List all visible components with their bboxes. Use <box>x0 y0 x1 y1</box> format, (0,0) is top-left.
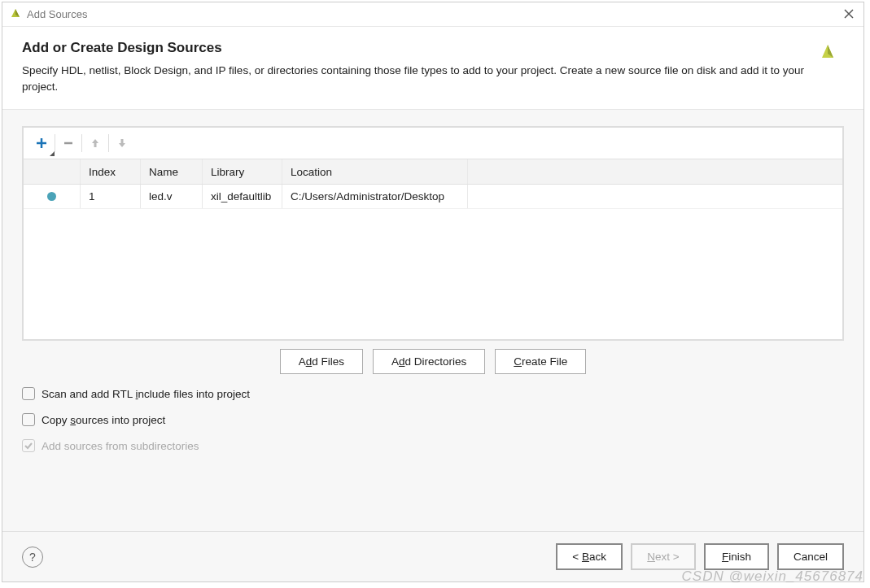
close-icon[interactable] <box>841 7 857 22</box>
main-area: Index Name Library Location 1 led.v xil_… <box>2 110 863 531</box>
col-name: Name <box>141 159 203 184</box>
toolbar-divider <box>108 134 109 152</box>
dialog-window: Add Sources Add or Create Design Sources… <box>2 2 864 582</box>
toolbar-divider <box>81 134 82 152</box>
row-library: xil_defaultlib <box>203 185 282 208</box>
add-directories-button[interactable]: Add Directories <box>373 349 485 374</box>
col-library: Library <box>203 159 282 184</box>
checkbox-icon <box>22 439 35 452</box>
checkbox-icon <box>22 413 35 426</box>
move-up-icon[interactable] <box>84 132 107 155</box>
dialog-footer: ? < Back Next > Finish Cancel <box>2 531 863 581</box>
sources-table: Index Name Library Location 1 led.v xil_… <box>22 126 844 341</box>
back-button[interactable]: < Back <box>556 543 623 570</box>
col-location: Location <box>282 159 468 184</box>
row-index: 1 <box>81 185 141 208</box>
dialog-title: Add Sources <box>27 8 841 20</box>
titlebar: Add Sources <box>2 2 863 27</box>
remove-icon[interactable] <box>57 132 80 155</box>
action-buttons: Add Files Add Directories Create File <box>22 349 844 374</box>
checkbox-label: Add sources from subdirectories <box>42 440 199 452</box>
dialog-content: Add or Create Design Sources Specify HDL… <box>2 27 863 581</box>
toolbar-divider <box>55 134 55 152</box>
page-description: Specify HDL, netlist, Block Design, and … <box>22 63 811 94</box>
finish-button[interactable]: Finish <box>704 543 769 570</box>
add-files-button[interactable]: Add Files <box>280 349 363 374</box>
header-area: Add or Create Design Sources Specify HDL… <box>2 27 863 110</box>
col-status <box>24 159 81 184</box>
help-icon[interactable]: ? <box>22 547 43 568</box>
table-body: 1 led.v xil_defaultlib C:/Users/Administ… <box>24 185 842 339</box>
app-icon <box>9 7 22 23</box>
create-file-button[interactable]: Create File <box>495 349 586 374</box>
col-rest <box>468 159 842 184</box>
copy-sources-checkbox[interactable]: Copy sources into project <box>22 413 844 426</box>
page-heading: Add or Create Design Sources <box>22 40 811 56</box>
vendor-logo-icon <box>811 40 844 94</box>
row-status-icon <box>24 185 81 208</box>
scan-include-checkbox[interactable]: Scan and add RTL include files into proj… <box>22 387 844 400</box>
cancel-button[interactable]: Cancel <box>777 543 844 570</box>
move-down-icon[interactable] <box>111 132 133 155</box>
next-button: Next > <box>631 543 696 570</box>
checkbox-label: Scan and add RTL include files into proj… <box>42 388 250 400</box>
col-index: Index <box>81 159 141 184</box>
checkbox-label: Copy sources into project <box>42 414 165 426</box>
add-icon[interactable] <box>30 132 53 155</box>
row-name: led.v <box>141 185 203 208</box>
row-location: C:/Users/Administrator/Desktop <box>282 185 468 208</box>
table-row[interactable]: 1 led.v xil_defaultlib C:/Users/Administ… <box>24 185 842 209</box>
add-subdirectories-checkbox: Add sources from subdirectories <box>22 439 844 452</box>
checkbox-icon <box>22 387 35 400</box>
table-toolbar <box>24 128 842 159</box>
table-header: Index Name Library Location <box>24 159 842 185</box>
